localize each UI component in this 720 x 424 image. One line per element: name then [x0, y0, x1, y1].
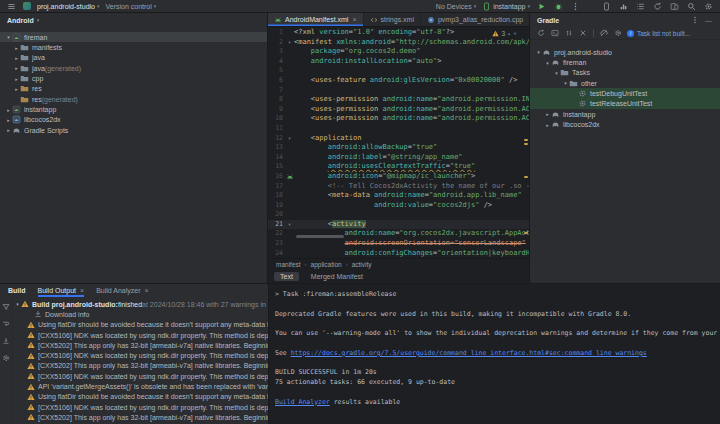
next-issue-icon[interactable]: ▼ — [513, 31, 517, 36]
main-menu-button[interactable] — [6, 1, 17, 12]
tree-toggle-icon[interactable]: ▾ — [5, 34, 12, 40]
tree-row[interactable]: ▸instantapp — [530, 109, 720, 119]
tree-row[interactable]: ▸java (generated) — [0, 63, 267, 73]
scroll-to-end-button[interactable] — [1, 336, 11, 346]
scrollbar-warning-mark[interactable] — [524, 143, 528, 145]
tree-row[interactable]: ▾fireman — [0, 32, 267, 42]
tree-row[interactable]: ▸libcocos2dx — [530, 119, 720, 129]
tree-toggle-icon[interactable]: ▸ — [13, 76, 20, 82]
build-output-item[interactable]: [CXX5202] This app only has 32-bit [arme… — [14, 361, 268, 371]
console-link[interactable]: https://docs.gradle.org/7.5/userguide/co… — [291, 349, 647, 357]
project-view-selector[interactable]: Android — [7, 17, 34, 24]
build-summary-row[interactable]: ▾ Build proj.android-studio: finished at… — [14, 299, 268, 309]
gradle-settings-button[interactable] — [613, 28, 623, 38]
breadcrumb-item[interactable]: application — [311, 261, 342, 268]
breadcrumb-item[interactable]: activity — [352, 261, 372, 268]
build-output-item[interactable]: [CXX5202] This app only has 32-bit [arme… — [14, 340, 268, 350]
tree-toggle-icon[interactable]: ▸ — [5, 107, 12, 113]
tree-row[interactable]: ▸java — [0, 53, 267, 63]
tree-toggle-icon[interactable]: ▾ — [562, 80, 569, 86]
project-widget[interactable]: proj.android-studio▾ — [37, 3, 100, 10]
breadcrumb-item[interactable]: manifest — [276, 261, 301, 268]
vcs-widget[interactable]: Version control▾ — [106, 3, 157, 10]
collapse-all-button[interactable] — [578, 28, 588, 38]
execute-task-button[interactable] — [550, 28, 560, 38]
build-output-item[interactable]: [CXX5106] NDK was located by using ndk.d… — [14, 402, 268, 412]
project-panel-header[interactable]: Android ▾ — [0, 13, 267, 27]
soft-wrap-button[interactable] — [1, 319, 11, 329]
build-tab[interactable]: Build Output× — [38, 284, 85, 297]
run-button[interactable] — [536, 1, 547, 12]
device-selector[interactable]: No Devices▾ — [436, 3, 476, 10]
scrollbar-warning-mark[interactable] — [524, 232, 528, 234]
tree-row[interactable]: ▸Gradle Scripts — [0, 125, 267, 135]
tree-row[interactable]: res (generated) — [0, 94, 267, 104]
editor-tab[interactable]: AndroidManifest.xml× — [268, 13, 364, 26]
build-output-item[interactable]: Using flatDir should be avoided because … — [14, 392, 268, 402]
hide-panel-button[interactable]: — — [704, 15, 713, 25]
device-mirror-button[interactable] — [669, 1, 680, 12]
tree-toggle-icon[interactable]: ▸ — [13, 65, 20, 71]
tree-toggle-icon[interactable]: ▸ — [13, 45, 20, 51]
sync-gradle-button[interactable] — [536, 28, 546, 38]
build-tab[interactable]: Build Analyzer× — [96, 284, 148, 297]
build-output-item[interactable]: [CXX5106] NDK was located by using ndk.d… — [14, 330, 268, 340]
scrollbar-warning-mark[interactable] — [524, 139, 528, 141]
close-tab-icon[interactable]: × — [352, 16, 356, 23]
editor-tab[interactable]: strings.xml — [364, 13, 421, 26]
gradle-panel-options-button[interactable] — [690, 15, 700, 25]
tree-row[interactable]: ▸manifests — [0, 42, 267, 52]
tree-toggle-icon[interactable]: ▸ — [5, 117, 12, 123]
tree-toggle-icon[interactable]: ▾ — [535, 49, 542, 55]
editor-tab[interactable]: pvmp3_alias_reduction.cpp — [421, 13, 529, 26]
tree-toggle-icon[interactable]: ▾ — [553, 70, 560, 76]
device-manager-button[interactable] — [601, 1, 612, 12]
fold-icon[interactable]: ▾ — [285, 220, 294, 230]
code-editor[interactable]: 1<?xml version="1.0" encoding="utf-8"?>2… — [268, 27, 529, 258]
build-output-item[interactable]: [CXX5106] NDK was located by using ndk.d… — [14, 371, 268, 381]
more-actions-button[interactable] — [570, 1, 581, 12]
tree-row[interactable]: ▸cpp — [0, 73, 267, 83]
build-console[interactable]: > Task :fireman:assembleReleaseDeprecate… — [268, 283, 720, 424]
console-link[interactable]: Build Analyzer — [275, 398, 330, 406]
gradle-notice[interactable]: i Task list not built... — [627, 30, 690, 37]
tree-row[interactable]: ▸res — [0, 84, 267, 94]
prev-issue-icon[interactable]: ▲ — [507, 31, 511, 36]
tree-row[interactable]: ▸instantapp — [0, 104, 267, 114]
tree-toggle-icon[interactable]: ▾ — [544, 60, 551, 66]
build-output-item[interactable]: Using flatDir should be avoided because … — [14, 320, 268, 330]
scrollbar-warning-mark[interactable] — [524, 176, 528, 178]
editor-mode-tab[interactable]: Text — [274, 272, 299, 281]
tree-row[interactable]: ▾Tasks — [530, 68, 720, 78]
search-everywhere-button[interactable] — [686, 1, 697, 12]
inspection-widget[interactable]: 3 ▲ ▼ — [492, 30, 517, 37]
tree-toggle-icon[interactable]: ▸ — [5, 127, 12, 133]
expand-all-button[interactable] — [564, 28, 574, 38]
tree-row[interactable]: ▾proj.android-studio — [530, 47, 720, 57]
profiler-button[interactable] — [618, 1, 629, 12]
tree-row[interactable]: testReleaseUnitTest — [530, 99, 720, 109]
build-output-item[interactable]: API 'variant.getMergeAssets()' is obsole… — [14, 381, 268, 391]
build-output-item[interactable]: [CXX5202] This app only has 32-bit [arme… — [14, 412, 268, 422]
debug-button[interactable] — [553, 1, 564, 12]
tree-toggle-icon[interactable]: ▸ — [544, 122, 551, 128]
tree-toggle-icon[interactable]: ▸ — [544, 111, 551, 117]
tree-toggle-icon[interactable]: ▾ — [14, 301, 21, 307]
fold-icon[interactable]: ▾ — [285, 134, 294, 144]
offline-mode-button[interactable] — [599, 28, 609, 38]
build-settings-button[interactable] — [1, 353, 11, 363]
tree-row[interactable]: testDebugUnitTest — [530, 88, 720, 98]
editor-mode-tab[interactable]: Merged Manifest — [305, 272, 369, 281]
tree-row[interactable]: ▾fireman — [530, 57, 720, 67]
close-tab-icon[interactable]: × — [144, 287, 148, 294]
filter-button[interactable] — [1, 302, 11, 312]
close-tab-icon[interactable]: × — [80, 287, 84, 294]
tree-toggle-icon[interactable]: ▸ — [13, 55, 20, 61]
build-output-item[interactable]: Download info — [14, 309, 268, 319]
settings-button[interactable] — [703, 1, 714, 12]
fold-icon[interactable]: ▾ — [285, 38, 294, 48]
horizontal-scrollbar[interactable] — [296, 235, 344, 238]
logcat-button[interactable] — [635, 1, 646, 12]
tree-row[interactable]: ▸libcocos2dx — [0, 115, 267, 125]
build-output-item[interactable]: [CXX5106] NDK was located by using ndk.d… — [14, 350, 268, 360]
